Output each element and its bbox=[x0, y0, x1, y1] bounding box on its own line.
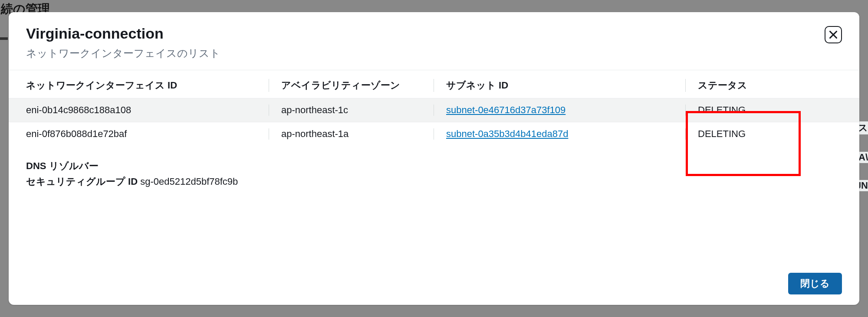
table-row: eni-0f876b088d1e72baf ap-northeast-1a su… bbox=[9, 122, 859, 146]
cell-az: ap-northeast-1c bbox=[269, 105, 434, 116]
subnet-link[interactable]: subnet-0a35b3d4b41eda87d bbox=[446, 128, 568, 139]
column-header-az: アベイラビリティーゾーン bbox=[269, 79, 434, 92]
modal-subtitle: ネットワークインターフェイスのリスト bbox=[26, 46, 842, 60]
column-header-eni-id: ネットワークインターフェイス ID bbox=[26, 79, 269, 92]
security-group-value: sg-0ed5212d5bf78fc9b bbox=[140, 176, 238, 187]
modal-title: Virginia-connection bbox=[26, 25, 842, 42]
cell-az: ap-northeast-1a bbox=[269, 128, 434, 140]
security-group-row: セキュリティグループ ID sg-0ed5212d5bf78fc9b bbox=[26, 175, 842, 188]
close-button[interactable]: 閉じる bbox=[788, 273, 842, 294]
security-group-label: セキュリティグループ ID bbox=[26, 176, 138, 187]
eni-table: ネットワークインターフェイス ID アベイラビリティーゾーン サブネット ID … bbox=[9, 70, 859, 154]
cell-status: DELETING bbox=[686, 105, 842, 116]
cell-eni-id: eni-0f876b088d1e72baf bbox=[26, 128, 269, 140]
cell-eni-id: eni-0b14c9868c188a108 bbox=[26, 105, 269, 116]
cell-subnet: subnet-0e46716d37a73f109 bbox=[434, 105, 686, 116]
column-header-status: ステータス bbox=[686, 79, 842, 92]
hamburger-icon bbox=[0, 37, 8, 40]
backdrop-text-frag-1: ス bbox=[858, 121, 868, 134]
table-header-row: ネットワークインターフェイス ID アベイラビリティーゾーン サブネット ID … bbox=[9, 70, 859, 98]
table-row: eni-0b14c9868c188a108 ap-northeast-1c su… bbox=[9, 98, 859, 122]
backdrop-text-frag-2: A\ bbox=[858, 152, 868, 163]
close-icon bbox=[829, 30, 838, 39]
cell-subnet: subnet-0a35b3d4b41eda87d bbox=[434, 128, 686, 140]
cell-status: DELETING bbox=[686, 128, 842, 140]
modal-footer: 閉じる bbox=[9, 265, 859, 305]
column-header-subnet: サブネット ID bbox=[434, 79, 686, 92]
dns-resolver-label: DNS リゾルバー bbox=[26, 160, 842, 173]
footer-info: DNS リゾルバー セキュリティグループ ID sg-0ed5212d5bf78… bbox=[9, 154, 859, 197]
modal-dialog: Virginia-connection ネットワークインターフェイスのリスト ネ… bbox=[9, 12, 859, 305]
close-icon-button[interactable] bbox=[825, 26, 842, 43]
subnet-link[interactable]: subnet-0e46716d37a73f109 bbox=[446, 105, 566, 115]
modal-header: Virginia-connection ネットワークインターフェイスのリスト bbox=[9, 12, 859, 70]
